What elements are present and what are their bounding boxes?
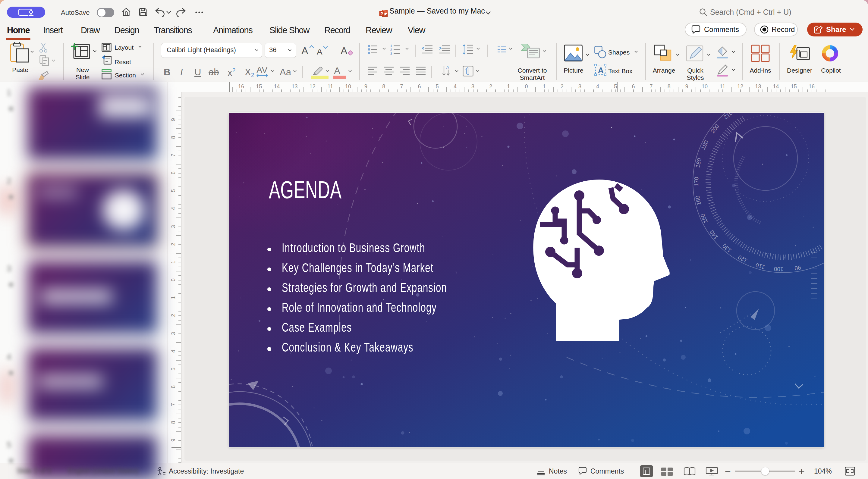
- svg-text:90: 90: [794, 264, 801, 272]
- svg-text:100: 100: [774, 266, 784, 273]
- svg-text:1: 1: [390, 44, 392, 47]
- svg-text:110: 110: [755, 262, 766, 270]
- svg-text:P: P: [380, 11, 383, 16]
- svg-text:2: 2: [390, 48, 392, 52]
- svg-text:A: A: [598, 66, 604, 75]
- svg-text:170: 170: [693, 177, 700, 187]
- svg-text:130: 130: [721, 243, 733, 254]
- svg-text:200: 200: [710, 123, 720, 134]
- svg-text:3: 3: [390, 52, 392, 55]
- svg-text:140: 140: [709, 229, 719, 241]
- svg-text:A: A: [446, 65, 450, 70]
- svg-text:120: 120: [737, 254, 748, 264]
